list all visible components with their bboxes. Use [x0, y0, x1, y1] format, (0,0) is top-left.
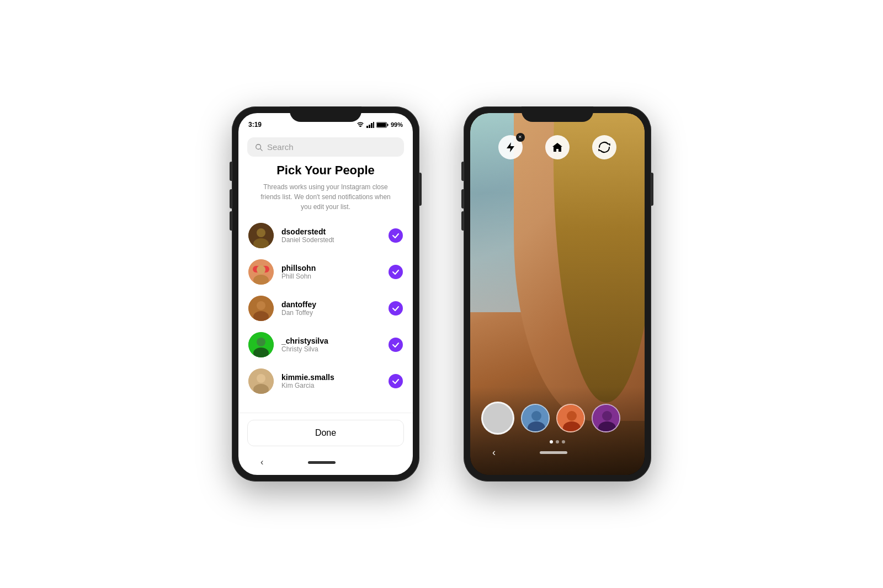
contact-username: dantoffey: [281, 300, 381, 309]
status-time: 3:19: [248, 121, 262, 129]
avatar-silhouette: [248, 223, 274, 248]
camera-bottom-strip: ‹: [470, 387, 645, 475]
check-icon: [392, 341, 400, 349]
back-button[interactable]: ‹: [260, 457, 263, 467]
svg-point-20: [257, 338, 265, 346]
contacts-list: dsoderstedt Daniel Soderstedt: [238, 217, 413, 413]
svg-point-29: [567, 411, 577, 421]
contact-username: dsoderstedt: [281, 227, 381, 236]
contact-info: dsoderstedt Daniel Soderstedt: [281, 227, 381, 244]
status-icons: 99%: [357, 121, 403, 128]
search-bar[interactable]: Search: [247, 137, 404, 157]
camera-status-bar: [470, 113, 645, 133]
search-icon: [255, 143, 263, 151]
battery-icon: [376, 122, 389, 128]
contact-info: dantoffey Dan Toffey: [281, 300, 381, 317]
dot: [556, 440, 559, 443]
svg-line-8: [260, 148, 263, 151]
flash-button[interactable]: [498, 135, 523, 159]
avatar-silhouette: [248, 368, 274, 394]
battery-percent: 99%: [391, 121, 403, 128]
check-icon: [392, 304, 400, 312]
avatar: [248, 259, 274, 285]
contact-username: kimmie.smalls: [281, 373, 381, 382]
right-phone: ‹: [464, 106, 651, 482]
nav-bar: ‹: [238, 453, 413, 475]
camera-nav-bar: ‹: [470, 447, 645, 458]
home-indicator: [308, 461, 336, 464]
check-circle[interactable]: [389, 374, 403, 388]
check-circle[interactable]: [389, 228, 403, 243]
check-circle[interactable]: [389, 301, 403, 316]
check-icon: [392, 377, 400, 385]
svg-point-23: [257, 374, 265, 383]
camera-contacts-row: [470, 402, 645, 435]
avatar-silhouette: [248, 259, 274, 285]
svg-rect-6: [377, 123, 386, 127]
contact-fullname: Daniel Soderstedt: [281, 236, 381, 244]
contact-info: phillsohn Phill Sohn: [281, 264, 381, 280]
avatar-silhouette: [248, 296, 274, 321]
camera-back-button[interactable]: ‹: [492, 447, 496, 458]
camera-contact-avatar[interactable]: [556, 404, 585, 432]
done-button[interactable]: Done: [247, 420, 404, 446]
svg-point-26: [531, 411, 541, 421]
svg-point-32: [602, 411, 612, 421]
contact-info: kimmie.smalls Kim Garcia: [281, 373, 381, 389]
svg-point-10: [257, 228, 265, 237]
home-button[interactable]: [545, 135, 570, 159]
contact-item[interactable]: dsoderstedt Daniel Soderstedt: [238, 217, 413, 254]
camera-contact-silhouette: [557, 405, 585, 432]
svg-rect-5: [387, 124, 388, 126]
camera-dots: [470, 440, 645, 443]
contact-fullname: Dan Toffey: [281, 309, 381, 317]
flip-camera-icon: [598, 141, 610, 153]
dot: [562, 440, 565, 443]
pick-subtitle: Threads works using your Instagram close…: [238, 182, 413, 212]
camera-shutter[interactable]: [481, 402, 514, 435]
svg-rect-3: [373, 122, 374, 128]
pick-title: Pick Your People: [238, 163, 413, 178]
contact-item[interactable]: kimmie.smalls Kim Garcia: [238, 363, 413, 399]
contact-fullname: Kim Garcia: [281, 382, 381, 389]
svg-rect-1: [369, 125, 370, 128]
contact-item[interactable]: phillsohn Phill Sohn: [238, 254, 413, 290]
contact-username: _christysilva: [281, 336, 381, 345]
avatar: [248, 368, 274, 394]
contact-info: _christysilva Christy Silva: [281, 336, 381, 353]
camera-view: ‹: [470, 113, 645, 475]
check-circle[interactable]: [389, 338, 403, 352]
svg-rect-2: [371, 123, 373, 128]
avatar: [248, 223, 274, 248]
camera-contact-avatar[interactable]: [592, 404, 620, 432]
contact-item[interactable]: _christysilva Christy Silva: [238, 327, 413, 363]
camera-top-icons: [470, 135, 645, 159]
svg-point-17: [257, 301, 265, 310]
svg-point-14: [257, 265, 265, 274]
search-placeholder: Search: [267, 142, 294, 152]
svg-rect-0: [366, 126, 368, 128]
home-icon: [551, 141, 563, 153]
check-circle[interactable]: [389, 265, 403, 279]
camera-home-indicator: [540, 451, 567, 454]
camera-contact-silhouette: [593, 405, 620, 432]
notch: [290, 106, 361, 122]
contact-fullname: Christy Silva: [281, 345, 381, 353]
flash-icon: [504, 141, 517, 153]
check-icon: [392, 268, 400, 276]
contact-username: phillsohn: [281, 264, 381, 272]
wifi-icon: [357, 122, 364, 128]
dot-active: [550, 440, 553, 443]
camera-contact-avatar[interactable]: [521, 404, 550, 432]
check-icon: [392, 232, 400, 239]
camera-contact-silhouette: [522, 405, 550, 432]
contact-item[interactable]: dantoffey Dan Toffey: [238, 290, 413, 327]
avatar: [248, 296, 274, 321]
contact-fullname: Phill Sohn: [281, 272, 381, 280]
left-screen-content: Search Pick Your People Threads works us…: [238, 133, 413, 475]
signal-icon: [366, 122, 374, 128]
done-button-wrap: Done: [238, 413, 413, 453]
avatar-silhouette: [248, 332, 274, 357]
avatar: [248, 332, 274, 357]
flip-camera-button[interactable]: [592, 135, 616, 159]
